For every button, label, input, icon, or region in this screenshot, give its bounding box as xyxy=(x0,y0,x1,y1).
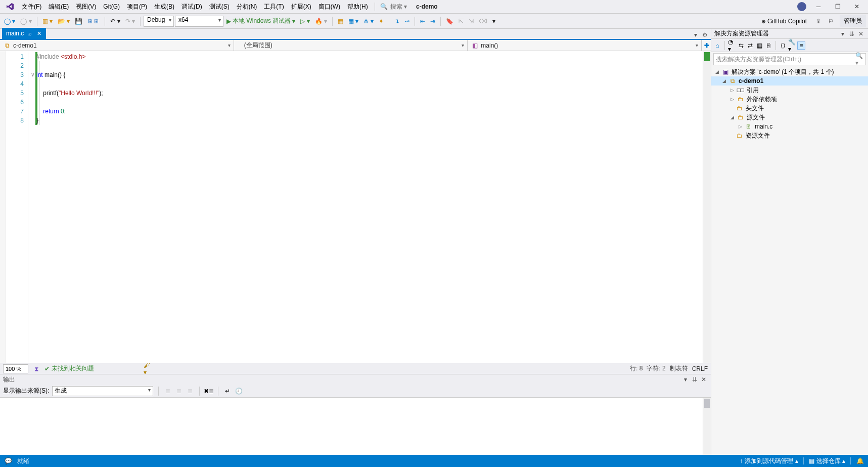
output-body[interactable] xyxy=(0,398,711,455)
file-tab-main-c[interactable]: main.c ⌕ ✕ xyxy=(2,28,46,39)
panel-close-icon[interactable]: ✕ xyxy=(700,375,708,384)
chevron-right-icon[interactable]: ▷ xyxy=(738,124,743,129)
sol-tb-sync-icon[interactable]: ⇄ xyxy=(746,41,754,50)
panel-pin-icon[interactable]: ⇊ xyxy=(848,30,856,38)
panel-close-icon[interactable]: ✕ xyxy=(857,30,865,38)
panel-dropdown-icon[interactable]: ▾ xyxy=(839,30,847,38)
tb-icon-1[interactable]: ▦ xyxy=(336,17,345,26)
nav-back-button[interactable]: ◯ ▾ xyxy=(2,17,17,26)
line-indicator[interactable]: 行: 8 xyxy=(630,364,643,373)
indent-right-icon[interactable]: ⇥ xyxy=(428,17,437,26)
hot-reload-button[interactable]: 🔥 ▾ xyxy=(313,17,329,26)
tb-icon-2[interactable]: ▦ ▾ xyxy=(346,17,360,26)
step-over-icon[interactable]: ⤻ xyxy=(402,17,412,26)
nav-scope-combo[interactable]: (全局范围) xyxy=(234,40,468,51)
menu-build[interactable]: 生成(B) xyxy=(151,1,178,13)
breakpoint-gutter[interactable] xyxy=(0,51,6,363)
tree-solution-row[interactable]: ◢ ▣ 解决方案 'c-demo' (1 个项目，共 1 个) xyxy=(711,67,868,76)
start-debug-button[interactable]: ▶ 本地 Windows 调试器 ▾ xyxy=(224,16,297,26)
search-box[interactable]: 🔍 搜索 ▾ xyxy=(380,3,407,11)
split-editor-button[interactable]: ✚ xyxy=(702,40,711,51)
output-clear-icon[interactable]: ✖≣ xyxy=(205,387,213,395)
solution-search[interactable]: 搜索解决方案资源管理器(Ctrl+;) 🔍 ▾ xyxy=(713,53,866,65)
zoom-select[interactable] xyxy=(3,364,28,373)
indent-left-icon[interactable]: ⇤ xyxy=(418,17,427,26)
tabs-indicator[interactable]: 制表符 xyxy=(670,364,688,373)
menu-tools[interactable]: 工具(T) xyxy=(260,1,287,13)
menu-git[interactable]: Git(G) xyxy=(100,2,123,12)
menu-help[interactable]: 帮助(H) xyxy=(344,1,372,13)
sol-tb-code-icon[interactable]: ⟨⟩ xyxy=(779,41,787,50)
tree-sources-row[interactable]: ◢ 🗀 源文件 xyxy=(711,113,868,122)
tb-icon-3[interactable]: ⋔ ▾ xyxy=(361,17,375,26)
nav-function-combo[interactable]: ◧ main() xyxy=(468,40,702,51)
output-icon-3[interactable]: ≣ xyxy=(186,387,194,395)
maximize-button[interactable]: ❐ xyxy=(831,2,845,12)
tree-project-row[interactable]: ◢ ⧉ c-demo1 xyxy=(711,76,868,86)
close-icon[interactable]: ✕ xyxy=(36,30,42,36)
chevron-down-icon[interactable]: ◢ xyxy=(729,115,735,120)
output-clock-icon[interactable]: 🕘 xyxy=(235,387,243,395)
tb-icon-4[interactable]: ✦ xyxy=(377,17,386,26)
code-text[interactable]: #include <stdio.h>int main() { printf("H… xyxy=(36,51,703,363)
menu-debug[interactable]: 调试(D) xyxy=(178,1,206,13)
menu-view[interactable]: 视图(V) xyxy=(72,1,100,13)
chevron-right-icon[interactable]: ▷ xyxy=(729,97,735,102)
pin-icon[interactable]: ⌕ xyxy=(27,30,33,36)
undo-button[interactable]: ↶ ▾ xyxy=(108,17,122,26)
menu-file[interactable]: 文件(F) xyxy=(18,1,45,13)
sol-tb-home-icon[interactable]: ⌂ xyxy=(713,41,721,50)
sol-tb-props-icon[interactable]: 🔧 ▾ xyxy=(788,41,796,50)
panel-pin-icon[interactable]: ⇊ xyxy=(691,375,699,384)
status-add-scm[interactable]: ↑ 添加到源代码管理 ▴ xyxy=(740,457,798,465)
menu-extensions[interactable]: 扩展(X) xyxy=(288,1,315,13)
scrollbar-thumb[interactable] xyxy=(704,399,710,408)
output-icon-2[interactable]: ≣ xyxy=(175,387,183,395)
chevron-right-icon[interactable]: ▷ xyxy=(729,88,735,93)
github-copilot-button[interactable]: ⎈ GitHub Copilot xyxy=(758,16,811,26)
menu-analyze[interactable]: 分析(N) xyxy=(233,1,261,13)
platform-select[interactable]: x64 xyxy=(175,16,223,27)
save-button[interactable]: 💾 xyxy=(73,17,84,26)
tree-refs-row[interactable]: ▷ □□ 引用 xyxy=(711,86,868,95)
no-issues-indicator[interactable]: ✔ 未找到相关问题 xyxy=(44,364,94,373)
eol-indicator[interactable]: CRLF xyxy=(692,365,708,372)
feedback-icon[interactable]: ⚐ xyxy=(826,17,836,26)
menu-edit[interactable]: 编辑(E) xyxy=(45,1,72,13)
user-avatar-icon[interactable] xyxy=(797,2,806,11)
bookmark-icon[interactable]: 🔖 xyxy=(444,17,455,26)
config-select[interactable]: Debug xyxy=(144,16,174,27)
code-editor[interactable]: 12345678 ∨ #include <stdio.h>int main() … xyxy=(0,51,711,363)
tree-headers-row[interactable]: 🗀 头文件 xyxy=(711,104,868,113)
menu-project[interactable]: 项目(P) xyxy=(123,1,151,13)
sol-tb-back-icon[interactable]: ⇆ xyxy=(737,41,745,50)
output-icon-1[interactable]: ≣ xyxy=(164,387,172,395)
output-source-select[interactable]: 生成 xyxy=(52,386,153,396)
bookmark-next-icon[interactable]: ⇲ xyxy=(467,17,476,26)
close-button[interactable]: ✕ xyxy=(850,2,864,12)
char-indicator[interactable]: 字符: 2 xyxy=(647,364,665,373)
output-wrap-icon[interactable]: ↵ xyxy=(223,387,232,395)
sol-tb-preview-icon[interactable]: ≡ xyxy=(797,41,805,50)
nav-forward-button[interactable]: ◯ ▾ xyxy=(18,17,33,26)
scrollbar-track[interactable] xyxy=(703,398,711,455)
brush-icon[interactable]: 🖌 ▾ xyxy=(144,365,152,373)
health-icon[interactable]: ⧗ xyxy=(32,365,40,373)
scrollbar-track[interactable] xyxy=(703,51,711,363)
bookmark-prev-icon[interactable]: ⇱ xyxy=(456,17,466,26)
sol-tb-showall-icon[interactable]: ▦ xyxy=(755,41,763,50)
status-chat-icon[interactable]: 💬 xyxy=(4,457,12,465)
chevron-down-icon[interactable]: ◢ xyxy=(714,69,719,74)
tree-file-row[interactable]: ▷ 🗎 main.c xyxy=(711,122,868,131)
panel-dropdown-icon[interactable]: ▾ xyxy=(681,375,690,384)
status-select-repo[interactable]: ▦ 选择仓库 ▴ xyxy=(809,457,845,465)
redo-button[interactable]: ↷ ▾ xyxy=(123,17,137,26)
tree-external-row[interactable]: ▷ 🗀 外部依赖项 xyxy=(711,95,868,104)
open-file-button[interactable]: 📂 ▾ xyxy=(56,17,72,26)
status-bell-icon[interactable]: 🔔 xyxy=(856,457,864,465)
nav-project-combo[interactable]: ⧉ c-demo1 xyxy=(0,40,234,51)
new-project-button[interactable]: ▥ ▾ xyxy=(40,17,55,26)
sol-tb-copy-icon[interactable]: ⎘ xyxy=(764,41,772,50)
menu-test[interactable]: 测试(S) xyxy=(206,1,233,13)
share-icon[interactable]: ⇪ xyxy=(814,17,823,26)
